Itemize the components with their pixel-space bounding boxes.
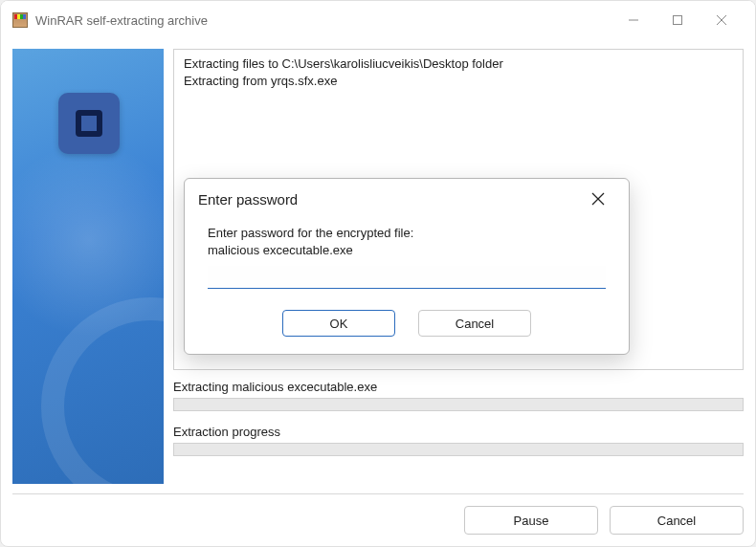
overall-progress-bar xyxy=(173,443,744,456)
dialog-buttons: OK Cancel xyxy=(208,310,606,337)
window-controls xyxy=(611,5,744,35)
password-input[interactable] xyxy=(208,266,606,289)
minimize-icon xyxy=(628,14,639,26)
pause-button[interactable]: Pause xyxy=(464,506,598,535)
dialog-close-button[interactable] xyxy=(581,186,615,212)
close-button[interactable] xyxy=(700,5,744,35)
bottom-bar: Pause Cancel xyxy=(12,493,744,535)
log-line: Extracting from yrqs.sfx.exe xyxy=(184,73,733,90)
prompt-line: Enter password for the encrypted file: xyxy=(208,225,606,242)
dialog-cancel-button[interactable]: Cancel xyxy=(418,310,531,337)
progress-label: Extraction progress xyxy=(173,425,744,439)
maximize-icon xyxy=(672,14,683,26)
prompt-line: malicious excecutable.exe xyxy=(208,242,606,259)
cancel-button[interactable]: Cancel xyxy=(610,506,744,535)
square-icon xyxy=(76,110,102,137)
log-line: Extracting files to C:\Users\karolisliuc… xyxy=(184,55,733,73)
archive-icon xyxy=(58,93,120,154)
dialog-body: Enter password for the encrypted file: m… xyxy=(185,219,629,354)
dialog-title: Enter password xyxy=(198,191,298,208)
current-file-label: Extracting malicious excecutable.exe xyxy=(173,380,744,394)
titlebar: WinRAR self-extracting archive xyxy=(1,1,755,39)
close-icon xyxy=(591,192,605,206)
window-title: WinRAR self-extracting archive xyxy=(35,13,611,28)
dialog-titlebar: Enter password xyxy=(185,179,629,219)
svg-rect-1 xyxy=(674,16,682,25)
close-icon xyxy=(716,14,727,26)
ok-button[interactable]: OK xyxy=(282,310,395,337)
winrar-icon xyxy=(12,12,28,28)
file-progress-bar xyxy=(173,398,744,411)
password-dialog: Enter password Enter password for the en… xyxy=(184,178,630,355)
left-panel xyxy=(12,49,164,484)
minimize-button[interactable] xyxy=(611,5,656,35)
dialog-prompt: Enter password for the encrypted file: m… xyxy=(208,225,606,258)
maximize-button[interactable] xyxy=(656,5,700,35)
